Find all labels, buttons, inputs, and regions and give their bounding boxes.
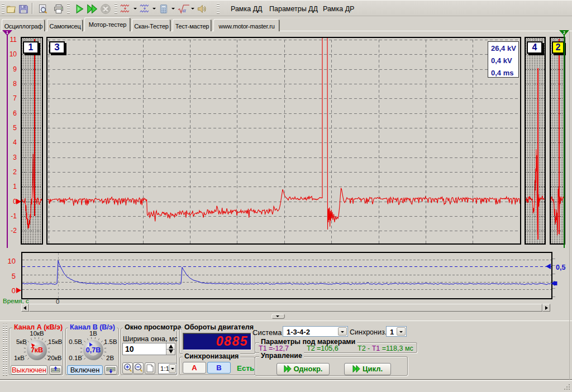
svg-text:α: α <box>183 7 187 13</box>
svg-text:1: 1 <box>6 31 8 35</box>
svg-text:2: 2 <box>563 31 565 35</box>
